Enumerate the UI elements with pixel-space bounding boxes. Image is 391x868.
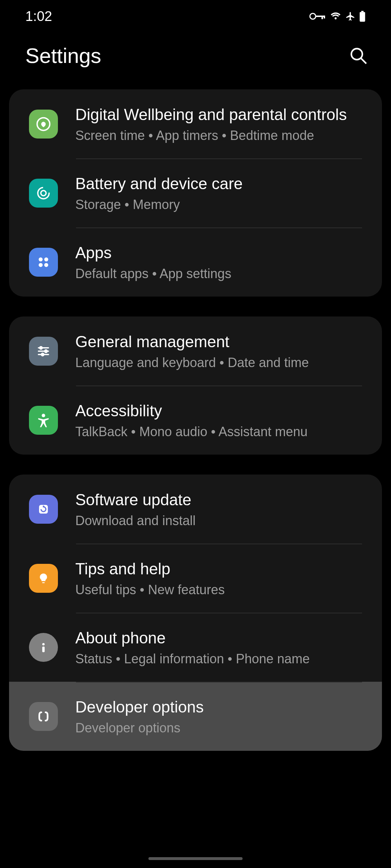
accessibility-icon [29, 406, 58, 435]
svg-point-6 [352, 48, 362, 59]
svg-point-12 [44, 257, 48, 261]
airplane-icon [345, 11, 356, 22]
status-icons [308, 11, 377, 22]
settings-group: Software update Download and install Tip… [9, 475, 382, 751]
settings-item-software-update[interactable]: Software update Download and install [9, 475, 382, 544]
item-subtitle: Storage • Memory [75, 197, 364, 212]
search-icon [349, 46, 368, 65]
item-subtitle: TalkBack • Mono audio • Assistant menu [75, 424, 364, 439]
item-subtitle: Developer options [75, 720, 364, 736]
item-text: Battery and device care Storage • Memory [75, 174, 364, 212]
svg-rect-4 [361, 11, 363, 12]
status-time: 1:02 [25, 9, 52, 24]
item-subtitle: Download and install [75, 513, 364, 528]
svg-point-23 [42, 643, 45, 645]
svg-rect-3 [324, 16, 325, 18]
item-title: About phone [75, 628, 364, 648]
svg-rect-2 [321, 16, 323, 19]
settings-item-tips[interactable]: Tips and help Useful tips • New features [9, 544, 382, 613]
svg-point-10 [41, 190, 46, 195]
settings-item-general[interactable]: General management Language and keyboard… [9, 316, 382, 386]
settings-group: Digital Wellbeing and parental controls … [9, 89, 382, 297]
item-text: General management Language and keyboard… [75, 332, 364, 370]
about-phone-icon [29, 633, 58, 662]
item-title: Digital Wellbeing and parental controls [75, 105, 364, 124]
item-subtitle: Default apps • App settings [75, 266, 364, 281]
svg-rect-24 [42, 646, 45, 652]
item-title: Accessibility [75, 401, 364, 421]
svg-point-21 [42, 414, 45, 417]
item-text: Software update Download and install [75, 490, 364, 528]
svg-line-7 [361, 58, 366, 63]
gesture-nav-bar[interactable] [148, 857, 243, 860]
settings-item-apps[interactable]: Apps Default apps • App settings [9, 227, 382, 297]
item-text: Digital Wellbeing and parental controls … [75, 105, 364, 143]
settings-item-wellbeing[interactable]: Digital Wellbeing and parental controls … [9, 89, 382, 158]
item-title: Apps [75, 243, 364, 263]
item-text: Tips and help Useful tips • New features [75, 559, 364, 597]
svg-point-18 [45, 350, 47, 352]
developer-options-icon [29, 702, 58, 731]
settings-list: Digital Wellbeing and parental controls … [0, 89, 391, 751]
item-text: Apps Default apps • App settings [75, 243, 364, 281]
wifi-icon [329, 11, 342, 22]
item-text: Developer options Developer options [75, 697, 364, 736]
software-update-icon [29, 495, 58, 524]
battery-icon [359, 11, 366, 22]
search-button[interactable] [348, 45, 369, 67]
item-title: Developer options [75, 697, 364, 717]
status-bar: 1:02 [0, 0, 391, 29]
battery-care-icon [29, 179, 58, 208]
wellbeing-icon [29, 110, 58, 139]
page-title: Settings [25, 43, 101, 68]
svg-point-11 [39, 257, 43, 261]
svg-point-14 [44, 263, 48, 267]
svg-point-9 [38, 187, 49, 199]
svg-rect-5 [360, 12, 365, 22]
tips-icon [29, 564, 58, 593]
settings-group: General management Language and keyboard… [9, 316, 382, 455]
item-text: About phone Status • Legal information •… [75, 628, 364, 667]
item-subtitle: Language and keyboard • Date and time [75, 355, 364, 370]
item-title: Battery and device care [75, 174, 364, 193]
settings-item-accessibility[interactable]: Accessibility TalkBack • Mono audio • As… [9, 386, 382, 455]
item-title: Software update [75, 490, 364, 510]
item-title: Tips and help [75, 559, 364, 579]
svg-point-0 [310, 13, 316, 19]
svg-point-16 [40, 346, 42, 349]
svg-point-13 [39, 263, 43, 267]
vpn-key-icon [308, 11, 326, 22]
item-subtitle: Screen time • App timers • Bedtime mode [75, 128, 364, 143]
settings-item-battery[interactable]: Battery and device care Storage • Memory [9, 158, 382, 227]
apps-icon [29, 248, 58, 277]
svg-point-20 [41, 353, 44, 356]
settings-item-developer-options[interactable]: Developer options Developer options [9, 682, 382, 751]
item-text: Accessibility TalkBack • Mono audio • As… [75, 401, 364, 439]
item-subtitle: Useful tips • New features [75, 582, 364, 597]
settings-item-about[interactable]: About phone Status • Legal information •… [9, 613, 382, 682]
item-subtitle: Status • Legal information • Phone name [75, 651, 364, 667]
general-management-icon [29, 337, 58, 366]
app-header: Settings [0, 29, 391, 89]
item-title: General management [75, 332, 364, 352]
